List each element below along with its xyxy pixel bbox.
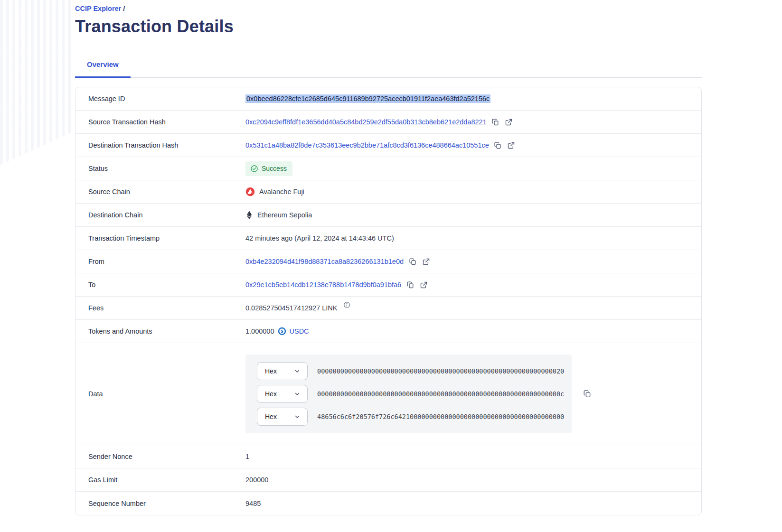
external-link-button[interactable] xyxy=(507,141,516,149)
row-source-transaction-hash: Source Transaction Hash 0xc2094c9eff8fdf… xyxy=(75,111,701,134)
copy-icon xyxy=(494,141,502,149)
copy-button[interactable] xyxy=(406,280,415,289)
row-source-chain: Source Chain Avalanche Fuji xyxy=(75,180,701,204)
token-link[interactable]: $ USDC xyxy=(278,327,309,336)
transaction-details-card: Message ID 0x0beed86228cfe1c2685d645c911… xyxy=(75,87,702,515)
field-label: Gas Limit xyxy=(88,476,245,484)
source-chain-name: Avalanche Fuji xyxy=(259,188,304,196)
tab-overview[interactable]: Overview xyxy=(75,60,131,78)
info-icon xyxy=(343,301,350,308)
token-symbol: USDC xyxy=(289,327,309,335)
row-destination-chain: Destination Chain Ethereum Sepolia xyxy=(75,204,701,227)
breadcrumb-separator: / xyxy=(123,5,125,12)
field-label: Sender Nonce xyxy=(88,453,245,460)
field-label: Tokens and Amounts xyxy=(88,327,245,335)
sequence-number-value: 9485 xyxy=(245,500,261,507)
chevron-down-icon xyxy=(294,368,301,374)
copy-icon xyxy=(491,118,499,126)
field-label: Status xyxy=(88,165,245,172)
check-circle-icon xyxy=(250,165,258,173)
copy-icon xyxy=(406,281,415,289)
field-label: Transaction Timestamp xyxy=(88,234,245,242)
field-label: Source Transaction Hash xyxy=(88,118,245,126)
status-badge: Success xyxy=(245,161,292,176)
timestamp-value: 42 minutes ago (April 12, 2024 at 14:43:… xyxy=(245,234,394,242)
to-address-link[interactable]: 0x29e1cb5eb14cdb12138e788b1478d9bf0a91bf… xyxy=(245,281,401,289)
copy-button[interactable] xyxy=(491,118,500,126)
fees-value: 0.028527504517412927 LINK xyxy=(245,304,338,312)
data-panel: Hex 000000000000000000000000000000000000… xyxy=(245,355,572,433)
data-format-select[interactable]: Hex xyxy=(257,362,308,380)
copy-icon xyxy=(583,390,592,398)
copy-data-button[interactable] xyxy=(583,390,592,398)
row-tokens-and-amounts: Tokens and Amounts 1.000000 $ USDC xyxy=(75,320,701,343)
copy-button[interactable] xyxy=(494,141,502,149)
page-title: Transaction Details xyxy=(75,17,702,37)
message-id-value[interactable]: 0x0beed86228cfe1c2685d645c911689b92725ac… xyxy=(245,94,490,103)
destination-tx-hash-link[interactable]: 0x531c1a48ba82f8de7c353613eec9b2bbe71afc… xyxy=(245,141,489,149)
row-from: From 0xb4e232094d41f98d88371ca8a82362661… xyxy=(75,250,701,273)
breadcrumb-link-ccip-explorer[interactable]: CCIP Explorer xyxy=(75,5,121,12)
external-link-button[interactable] xyxy=(419,280,428,289)
row-sequence-number: Sequence Number 9485 xyxy=(75,492,701,515)
field-label: Fees xyxy=(88,304,245,312)
avalanche-icon xyxy=(245,187,255,196)
data-format-select[interactable]: Hex xyxy=(257,385,308,403)
sender-nonce-value: 1 xyxy=(245,453,249,460)
field-label: Destination Transaction Hash xyxy=(88,141,245,149)
field-label: From xyxy=(88,258,245,265)
row-destination-transaction-hash: Destination Transaction Hash 0x531c1a48b… xyxy=(75,134,701,157)
source-tx-hash-link[interactable]: 0xc2094c9eff8fdf1e3656dd40a5c84bd259e2df… xyxy=(245,118,487,126)
svg-text:$: $ xyxy=(281,329,283,334)
destination-chain-name: Ethereum Sepolia xyxy=(257,211,312,219)
external-link-icon xyxy=(422,258,430,266)
gas-limit-value: 200000 xyxy=(245,476,268,484)
external-link-icon xyxy=(505,118,513,126)
ethereum-icon xyxy=(245,210,253,220)
external-link-button[interactable] xyxy=(505,118,513,126)
data-line: Hex 000000000000000000000000000000000000… xyxy=(257,362,566,380)
data-line: Hex 48656c6c6f20576f726c6421000000000000… xyxy=(257,408,566,426)
row-status: Status Success xyxy=(75,157,701,180)
hex-data-value[interactable]: 48656c6c6f20576f726c64210000000000000000… xyxy=(317,413,564,420)
row-message-id: Message ID 0x0beed86228cfe1c2685d645c911… xyxy=(75,87,701,111)
row-fees: Fees 0.028527504517412927 LINK xyxy=(75,297,701,320)
row-transaction-timestamp: Transaction Timestamp 42 minutes ago (Ap… xyxy=(75,227,701,250)
row-sender-nonce: Sender Nonce 1 xyxy=(75,445,701,468)
row-gas-limit: Gas Limit 200000 xyxy=(75,468,701,492)
tab-bar: Overview xyxy=(75,60,702,78)
field-label: Sequence Number xyxy=(88,500,245,507)
format-select-value: Hex xyxy=(265,413,277,420)
data-format-select[interactable]: Hex xyxy=(257,408,308,426)
status-text: Success xyxy=(262,165,287,172)
copy-icon xyxy=(409,258,417,266)
chevron-down-icon xyxy=(294,391,301,397)
field-label: Message ID xyxy=(88,95,245,103)
token-amount: 1.000000 xyxy=(245,327,274,335)
breadcrumb: CCIP Explorer/ xyxy=(75,5,702,12)
hex-data-value[interactable]: 0000000000000000000000000000000000000000… xyxy=(317,367,564,375)
external-link-icon xyxy=(420,281,428,289)
chevron-down-icon xyxy=(294,413,301,420)
copy-button[interactable] xyxy=(408,257,417,266)
hex-data-value[interactable]: 0000000000000000000000000000000000000000… xyxy=(317,390,564,398)
format-select-value: Hex xyxy=(265,390,277,398)
external-link-icon xyxy=(507,141,515,149)
from-address-link[interactable]: 0xb4e232094d41f98d88371ca8a8236266131b1e… xyxy=(245,258,404,265)
field-label: Source Chain xyxy=(88,188,245,196)
field-label: Data xyxy=(88,390,245,398)
field-label: To xyxy=(88,281,245,289)
background-decoration xyxy=(0,0,72,165)
usdc-icon: $ xyxy=(278,327,286,336)
row-data: Data Hex 0000000000000000000000000000000… xyxy=(75,343,701,445)
field-label: Destination Chain xyxy=(88,211,245,219)
fees-info-tooltip[interactable] xyxy=(343,301,350,310)
external-link-button[interactable] xyxy=(422,257,430,266)
transaction-details-page: CCIP Explorer/ Transaction Details Overv… xyxy=(75,0,702,515)
data-line: Hex 000000000000000000000000000000000000… xyxy=(257,385,566,403)
row-to: To 0x29e1cb5eb14cdb12138e788b1478d9bf0a9… xyxy=(75,273,701,297)
format-select-value: Hex xyxy=(265,367,277,375)
